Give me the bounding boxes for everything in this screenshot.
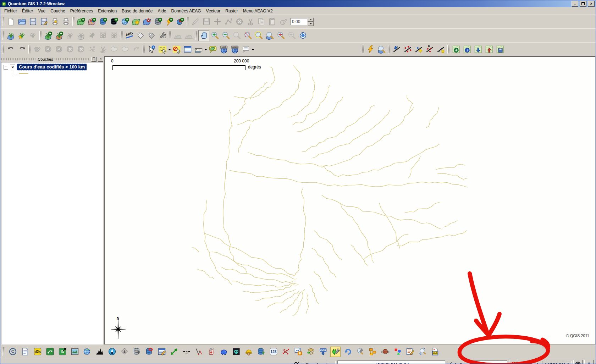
notes-plugin-button[interactable] <box>405 347 415 357</box>
mask-plugin-button[interactable] <box>231 347 241 357</box>
redo-button[interactable] <box>16 44 27 55</box>
labeling-button[interactable]: ABC <box>124 30 135 41</box>
web-tools-plugin-button[interactable] <box>82 347 92 357</box>
toolbar-handle[interactable] <box>2 347 4 356</box>
coordinate-field[interactable]: 743886,6150527 <box>337 360 445 364</box>
menu-vue[interactable]: Vue <box>35 8 48 14</box>
mapserver-export-plugin-button[interactable] <box>219 347 229 357</box>
layer-expander[interactable]: − <box>4 65 8 70</box>
menu--diter[interactable]: Éditer <box>20 8 35 14</box>
copyright-label-plugin-button[interactable]: C <box>7 347 18 357</box>
osm-load-button[interactable] <box>451 44 462 55</box>
db-upload-plugin-button[interactable] <box>132 347 142 357</box>
zoom-in-button[interactable] <box>209 30 220 41</box>
spin-down-button[interactable] <box>308 22 314 26</box>
profile-plugin-button[interactable] <box>94 347 105 357</box>
select-features-button[interactable] <box>157 44 168 55</box>
remove-layer-button[interactable] <box>142 16 153 27</box>
point-converter-plugin-button[interactable] <box>119 347 129 357</box>
angle-spinbox-field[interactable]: 0.00 <box>290 18 307 25</box>
builder-plugin-button[interactable] <box>243 347 254 357</box>
style-can-plugin-button[interactable] <box>206 347 216 357</box>
open-attribute-table-button[interactable] <box>182 44 193 55</box>
folder-tree-plugin-button[interactable] <box>368 347 378 357</box>
spit-import-plugin-button[interactable] <box>144 347 154 357</box>
deselect-all-button[interactable] <box>171 44 182 55</box>
toolbar-handle[interactable] <box>169 31 171 40</box>
minimize-button[interactable] <box>572 1 578 7</box>
add-wms-layer-button[interactable] <box>120 16 131 27</box>
add-spatialite-layer-button[interactable] <box>109 16 120 27</box>
toolbar-handle[interactable] <box>121 31 123 40</box>
add-raster-layer-button[interactable] <box>87 16 98 27</box>
toolbar-handle[interactable] <box>187 17 189 26</box>
web-home-button[interactable]: HOME <box>229 44 240 55</box>
text-annotation-button-dropdown-caret[interactable] <box>252 49 254 52</box>
map-tips-button[interactable] <box>207 44 218 55</box>
save-project-as-button[interactable] <box>38 16 49 27</box>
toolbar-handle[interactable] <box>2 45 4 54</box>
user-messages-button[interactable] <box>584 360 594 364</box>
scalebar-plugin-button[interactable]: 100 <box>181 347 192 357</box>
toolbar-handle[interactable] <box>362 45 364 54</box>
toolbar-handle[interactable] <box>2 17 4 26</box>
grass-new-mapset-button[interactable] <box>16 30 27 41</box>
georeferencer-plugin-button[interactable] <box>70 347 80 357</box>
osm-upload-button[interactable] <box>484 44 495 55</box>
id-tool-plugin-button[interactable]: ID <box>57 347 67 357</box>
layer-visibility-checkbox[interactable]: × <box>10 65 15 70</box>
interpolation-plugin-button[interactable] <box>45 347 55 357</box>
toolbar-handle[interactable] <box>2 31 4 40</box>
ogr-converter-plugin-button[interactable]: OGR <box>318 347 328 357</box>
panel-close-button[interactable]: × <box>98 57 103 62</box>
linear-ref-scale-button[interactable] <box>435 44 446 55</box>
text-dump-plugin-button[interactable] <box>20 347 30 357</box>
toolbar-handle[interactable] <box>39 31 42 40</box>
planet-plugin-button[interactable] <box>380 347 390 357</box>
web-hot-button[interactable]: HOT <box>218 44 229 55</box>
zoom-full-extent-button[interactable] <box>242 30 253 41</box>
new-project-button[interactable] <box>5 16 16 27</box>
grass-add-raster-button[interactable] <box>54 30 65 41</box>
toolbar-handle[interactable] <box>195 31 197 40</box>
grass-add-vector-button[interactable] <box>43 30 54 41</box>
crs-status-button[interactable] <box>573 360 583 364</box>
panel-float-button[interactable]: ❐ <box>91 57 96 62</box>
open-project-button[interactable] <box>16 16 27 27</box>
menu-donn-es-aeag[interactable]: Données AEAG <box>169 8 204 14</box>
profile-line-plugin-button[interactable] <box>194 347 204 357</box>
linear-ref-settings-button[interactable] <box>391 44 402 55</box>
osm-info-button[interactable]: i <box>462 44 473 55</box>
osm-save-button[interactable] <box>495 44 506 55</box>
layer-label[interactable]: Cours d'eau codifiés > 100 km <box>17 64 87 70</box>
identify-button[interactable]: i <box>146 44 157 55</box>
undo-steps-plugin-button[interactable] <box>343 347 353 357</box>
measure-line-button-dropdown-caret[interactable] <box>204 49 207 52</box>
d2s-plugin-button[interactable]: d2s <box>32 347 43 357</box>
layer-export-plugin-button[interactable] <box>305 347 316 357</box>
add-vector-layer-button[interactable] <box>76 16 87 27</box>
map-canvas[interactable]: 0 200 000 degrés N © QGIS 2011 <box>104 56 596 345</box>
scatter-plugin-button[interactable] <box>281 347 291 357</box>
zoom-last-button[interactable] <box>275 30 286 41</box>
aeag-zoom-button[interactable] <box>376 44 387 55</box>
search-person-plugin-button[interactable] <box>417 347 427 357</box>
move-label-button[interactable] <box>135 30 146 41</box>
new-shapefile-layer-button[interactable] <box>131 16 142 27</box>
scale-field[interactable]: 1:152609010190 <box>469 360 507 364</box>
zoom-out-button[interactable] <box>220 30 231 41</box>
osm-download-button[interactable] <box>473 44 484 55</box>
add-postgis-layer-button[interactable] <box>98 16 109 27</box>
toolbar-handle[interactable] <box>388 45 390 54</box>
menu-fichier[interactable]: Fichier <box>2 8 20 14</box>
p-chart-plugin-button[interactable]: P <box>293 347 303 357</box>
label-properties-button[interactable] <box>157 30 168 41</box>
add-quick-wms-button[interactable] <box>164 16 175 27</box>
menu-pr-f-rences[interactable]: Préférences <box>68 8 96 14</box>
menu-raster[interactable]: Raster <box>223 8 240 14</box>
new-print-composer-button[interactable] <box>49 16 60 27</box>
grass-open-mapset-button[interactable] <box>5 30 16 41</box>
menu-aide[interactable]: Aide <box>155 8 169 14</box>
extents-toggle-button[interactable] <box>292 360 301 364</box>
menu-base-de-donn-e[interactable]: Base de donnée <box>119 8 155 14</box>
